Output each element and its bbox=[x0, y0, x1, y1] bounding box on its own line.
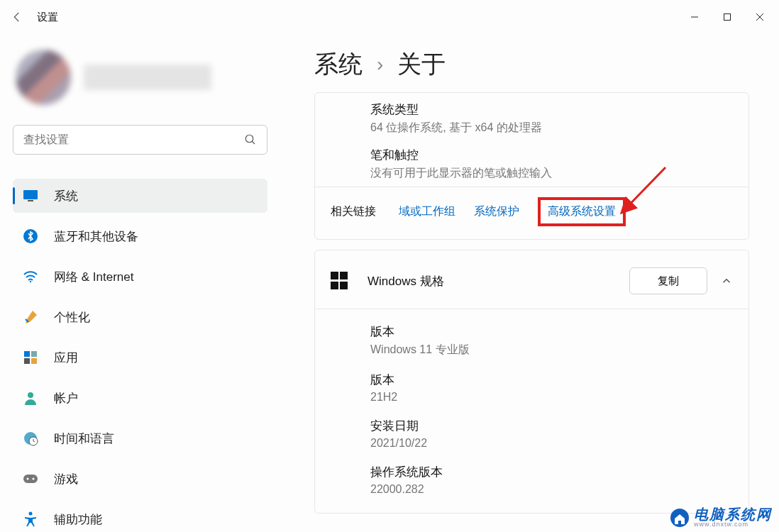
globe-clock-icon bbox=[23, 431, 38, 446]
section-title: Windows 规格 bbox=[368, 273, 444, 289]
svg-rect-11 bbox=[31, 351, 37, 357]
windows-icon bbox=[331, 272, 349, 290]
svg-point-4 bbox=[245, 135, 253, 143]
windows-specs-card: Windows 规格 复制 版本 Windows 11 专业版 版本 21H2 … bbox=[314, 250, 749, 514]
profile-name-redacted bbox=[84, 65, 211, 90]
chevron-right-icon: › bbox=[377, 53, 383, 76]
spec-value: 22000.282 bbox=[370, 483, 729, 496]
spec-version: 版本 21H2 bbox=[315, 372, 748, 418]
breadcrumb-current: 关于 bbox=[397, 48, 446, 81]
sidebar-item-label: 网络 & Internet bbox=[54, 269, 133, 285]
svg-point-14 bbox=[28, 392, 33, 398]
svg-point-20 bbox=[29, 512, 33, 516]
svg-rect-10 bbox=[24, 351, 30, 357]
link-system-protection[interactable]: 系统保护 bbox=[474, 204, 519, 219]
watermark-url: www.dnxtw.com bbox=[694, 521, 772, 528]
search-input-wrapper[interactable] bbox=[13, 125, 267, 155]
sidebar-item-personalization[interactable]: 个性化 bbox=[13, 300, 267, 334]
arrow-left-icon bbox=[11, 11, 23, 23]
spec-install-date: 安装日期 2021/10/22 bbox=[315, 418, 748, 464]
spec-os-build: 操作系统版本 22000.282 bbox=[315, 464, 748, 510]
brush-icon bbox=[23, 309, 38, 325]
spec-label: 版本 bbox=[370, 372, 729, 388]
sidebar-item-accounts[interactable]: 帐户 bbox=[13, 381, 267, 415]
spec-label: 版本 bbox=[370, 323, 729, 340]
svg-line-5 bbox=[252, 141, 255, 144]
spec-system-type: 系统类型 64 位操作系统, 基于 x64 的处理器 bbox=[315, 96, 748, 141]
sidebar-item-label: 系统 bbox=[54, 188, 78, 204]
spec-value: Windows 11 专业版 bbox=[370, 343, 729, 358]
spec-label: 笔和触控 bbox=[370, 147, 729, 163]
minimize-button[interactable] bbox=[678, 3, 711, 31]
watermark: 电脑系统网 www.dnxtw.com bbox=[670, 507, 772, 528]
windows-specs-details: 版本 Windows 11 专业版 版本 21H2 安装日期 2021/10/2… bbox=[315, 309, 748, 510]
accessibility-icon bbox=[23, 511, 38, 527]
app-title: 设置 bbox=[37, 11, 58, 24]
sidebar-item-bluetooth[interactable]: 蓝牙和其他设备 bbox=[13, 219, 267, 253]
sidebar-item-accessibility[interactable]: 辅助功能 bbox=[13, 502, 267, 532]
profile-block[interactable] bbox=[16, 50, 267, 105]
spec-pen-touch: 笔和触控 没有可用于此显示器的笔或触控输入 bbox=[315, 141, 748, 187]
svg-rect-6 bbox=[23, 190, 38, 199]
close-icon bbox=[755, 12, 765, 22]
apps-icon bbox=[23, 350, 38, 365]
breadcrumb: 系统 › 关于 bbox=[314, 48, 779, 81]
sidebar-item-gaming[interactable]: 游戏 bbox=[13, 462, 267, 496]
svg-point-9 bbox=[30, 281, 31, 282]
sidebar-item-label: 个性化 bbox=[54, 309, 90, 326]
avatar bbox=[16, 50, 71, 105]
spec-value: 2021/10/22 bbox=[370, 437, 729, 450]
house-icon bbox=[670, 508, 690, 528]
link-domain-workgroup[interactable]: 域或工作组 bbox=[399, 204, 455, 219]
bluetooth-icon bbox=[23, 228, 38, 244]
svg-rect-17 bbox=[23, 475, 38, 483]
related-links-row: 相关链接 域或工作组 系统保护 高级系统设置 bbox=[315, 187, 748, 236]
sidebar-item-label: 游戏 bbox=[54, 471, 78, 487]
spec-value: 64 位操作系统, 基于 x64 的处理器 bbox=[370, 121, 729, 135]
back-button[interactable] bbox=[3, 3, 31, 31]
maximize-button[interactable] bbox=[711, 3, 744, 31]
svg-point-18 bbox=[27, 478, 29, 480]
svg-rect-12 bbox=[24, 358, 30, 364]
copy-button[interactable]: 复制 bbox=[629, 267, 707, 294]
spec-label: 操作系统版本 bbox=[370, 464, 729, 480]
close-button[interactable] bbox=[744, 3, 776, 31]
spec-value: 没有可用于此显示器的笔或触控输入 bbox=[370, 166, 729, 181]
device-specs-card: 系统类型 64 位操作系统, 基于 x64 的处理器 笔和触控 没有可用于此显示… bbox=[314, 92, 749, 240]
sidebar-item-label: 帐户 bbox=[54, 390, 78, 406]
chevron-up-icon bbox=[720, 275, 733, 287]
window-controls bbox=[678, 3, 776, 31]
sidebar-item-system[interactable]: 系统 bbox=[13, 179, 267, 213]
sidebar-item-network[interactable]: 网络 & Internet bbox=[13, 260, 267, 294]
main-content: 系统 › 关于 系统类型 64 位操作系统, 基于 x64 的处理器 笔和触控 … bbox=[280, 34, 779, 532]
spec-label: 安装日期 bbox=[370, 418, 729, 434]
link-advanced-system-settings[interactable]: 高级系统设置 bbox=[538, 197, 626, 226]
sidebar-item-label: 应用 bbox=[54, 350, 78, 366]
watermark-title: 电脑系统网 bbox=[694, 507, 772, 521]
system-icon bbox=[23, 188, 38, 204]
search-icon bbox=[244, 133, 257, 146]
spec-edition: 版本 Windows 11 专业版 bbox=[315, 323, 748, 372]
svg-point-19 bbox=[33, 478, 35, 480]
sidebar-item-label: 辅助功能 bbox=[54, 511, 102, 528]
search-input[interactable] bbox=[23, 133, 244, 146]
sidebar-item-label: 蓝牙和其他设备 bbox=[54, 228, 138, 245]
sidebar-item-apps[interactable]: 应用 bbox=[13, 340, 267, 375]
maximize-icon bbox=[723, 13, 731, 21]
gamepad-icon bbox=[23, 471, 38, 487]
sidebar: 系统 蓝牙和其他设备 网络 & Internet 个性化 应用 帐户 时间和语言 bbox=[0, 34, 280, 532]
person-icon bbox=[23, 390, 38, 406]
svg-rect-23 bbox=[678, 521, 681, 524]
svg-rect-13 bbox=[31, 358, 37, 364]
breadcrumb-parent[interactable]: 系统 bbox=[314, 48, 363, 81]
svg-rect-1 bbox=[724, 14, 731, 21]
windows-specs-header[interactable]: Windows 规格 复制 bbox=[315, 253, 748, 309]
spec-label: 系统类型 bbox=[370, 101, 729, 118]
minimize-icon bbox=[690, 13, 699, 21]
sidebar-item-time-language[interactable]: 时间和语言 bbox=[13, 421, 267, 455]
svg-rect-7 bbox=[28, 200, 33, 201]
wifi-icon bbox=[23, 269, 38, 284]
titlebar: 设置 bbox=[0, 0, 779, 34]
spec-value: 21H2 bbox=[370, 391, 729, 404]
related-links-title: 相关链接 bbox=[331, 204, 376, 219]
